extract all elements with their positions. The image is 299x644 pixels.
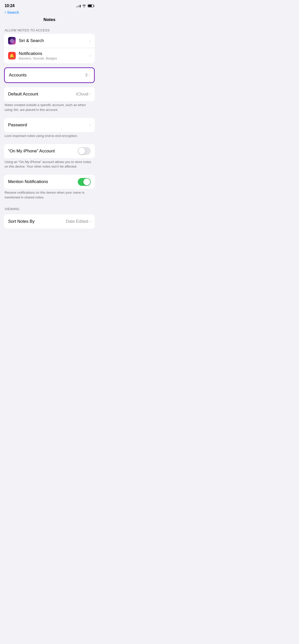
password-content: Password — [8, 123, 89, 128]
notifications-row[interactable]: 🔔 Notifications Banners, Sounds, Badges … — [4, 48, 95, 63]
mention-notifications-toggle-container — [78, 178, 91, 186]
on-my-iphone-row[interactable]: “On My iPhone” Account — [4, 144, 95, 158]
notifications-icon: 🔔 — [8, 52, 16, 59]
sort-notes-card[interactable]: Sort Notes By Date Edited › — [4, 214, 95, 229]
sort-notes-right: Date Edited › — [66, 219, 91, 224]
accounts-card[interactable]: Accounts 3 › — [4, 67, 95, 83]
sort-notes-row[interactable]: Sort Notes By Date Edited › — [4, 214, 95, 229]
battery-icon — [88, 4, 94, 7]
password-card[interactable]: Password › — [4, 118, 95, 132]
on-my-iphone-toggle[interactable] — [78, 147, 91, 155]
notifications-subtitle: Banners, Sounds, Badges — [19, 56, 89, 60]
password-title: Password — [8, 123, 89, 128]
password-desc: Lock important notes using end-to-end en… — [0, 132, 99, 142]
sort-notes-title: Sort Notes By — [8, 219, 66, 224]
sort-notes-chevron-icon: › — [89, 219, 91, 224]
mention-notifications-card: Mention Notifications — [4, 175, 95, 189]
password-right: › — [89, 123, 91, 128]
mention-notifications-content: Mention Notifications — [8, 179, 78, 184]
default-account-right: iCloud › — [76, 92, 91, 97]
back-chevron-icon: ‹ — [5, 10, 6, 15]
default-account-title: Default Account — [8, 92, 76, 97]
accounts-content: Accounts — [9, 73, 85, 78]
default-account-value: iCloud — [76, 92, 88, 97]
password-chevron-icon: › — [89, 123, 91, 128]
toggle-thumb-mention — [83, 178, 90, 185]
accounts-chevron-icon: › — [88, 73, 90, 78]
wifi-icon — [82, 4, 86, 7]
allow-access-card: Siri & Search › 🔔 Notifications Banners,… — [4, 34, 95, 63]
toggle-thumb — [78, 148, 85, 154]
default-account-chevron-icon: › — [89, 92, 91, 97]
svg-point-2 — [11, 40, 12, 41]
default-account-row[interactable]: Default Account iCloud › — [4, 87, 95, 101]
mention-notifications-toggle[interactable] — [78, 178, 91, 186]
siri-search-title: Siri & Search — [19, 38, 89, 43]
siri-search-content: Siri & Search — [19, 38, 89, 43]
siri-search-right: › — [89, 38, 91, 43]
page-title: Notes — [43, 17, 55, 22]
siri-icon — [8, 37, 16, 45]
on-my-iphone-toggle-container — [78, 147, 91, 155]
default-account-card[interactable]: Default Account iCloud › — [4, 87, 95, 101]
on-my-iphone-content: “On My iPhone” Account — [8, 149, 78, 154]
notifications-title: Notifications — [19, 51, 89, 56]
notifications-right: › — [89, 53, 91, 58]
accounts-right: 3 › — [85, 73, 90, 78]
section-label-allow: ALLOW NOTES TO ACCESS — [0, 25, 99, 34]
mention-notifications-row[interactable]: Mention Notifications — [4, 175, 95, 189]
accounts-row[interactable]: Accounts 3 › — [5, 68, 94, 82]
signal-icon — [76, 4, 81, 7]
siri-swirl-icon — [10, 38, 14, 43]
accounts-title: Accounts — [9, 73, 85, 78]
nav-bar: Notes — [0, 16, 99, 25]
on-my-iphone-desc: Using an “On My iPhone” account allows y… — [0, 158, 99, 173]
status-icons — [76, 4, 94, 7]
default-account-desc: Notes created outside a specific account… — [0, 101, 99, 116]
back-label: Search — [7, 10, 19, 14]
on-my-iphone-card: “On My iPhone” Account — [4, 144, 95, 158]
bell-icon: 🔔 — [9, 53, 14, 58]
mention-notifications-title: Mention Notifications — [8, 179, 78, 184]
status-time: 10:24 — [5, 4, 14, 8]
sort-notes-content: Sort Notes By — [8, 219, 66, 224]
accounts-value: 3 — [85, 73, 87, 78]
default-account-content: Default Account — [8, 92, 76, 97]
siri-search-row[interactable]: Siri & Search › — [4, 34, 95, 48]
siri-search-chevron-icon: › — [89, 38, 91, 43]
notifications-content: Notifications Banners, Sounds, Badges — [19, 51, 89, 60]
password-row[interactable]: Password › — [4, 118, 95, 132]
section-label-viewing: VIEWING — [0, 204, 99, 212]
status-bar: 10:24 — [0, 0, 99, 9]
back-nav[interactable]: ‹ Search — [0, 9, 99, 16]
mention-notifications-desc: Receive notifications on this device whe… — [0, 189, 99, 204]
sort-notes-value: Date Edited — [66, 219, 88, 224]
notifications-chevron-icon: › — [89, 53, 91, 58]
on-my-iphone-title: “On My iPhone” Account — [8, 149, 78, 154]
